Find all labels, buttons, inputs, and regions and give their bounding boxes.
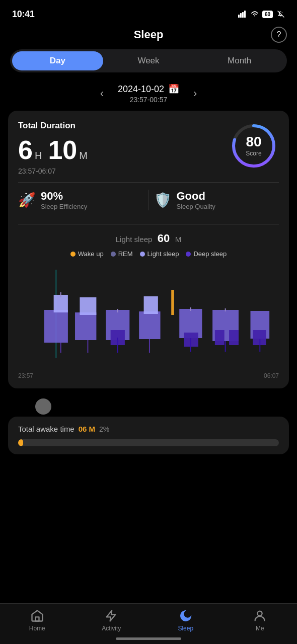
efficiency-label: Sleep Efficiency: [41, 203, 87, 210]
light-dot: [140, 252, 145, 257]
nav-home-label: Home: [29, 625, 45, 632]
legend-wakeup-label: Wake up: [78, 250, 104, 258]
svg-rect-1: [240, 13, 242, 18]
activity-icon: [104, 609, 118, 623]
duration-time-range: 23:57-06:07: [18, 167, 88, 175]
quality-label: Sleep Quality: [177, 203, 215, 210]
svg-rect-12: [80, 297, 96, 315]
chart-value: 60: [158, 232, 170, 245]
date-time-range: 23:57-00:57: [118, 96, 179, 104]
efficiency-value: 90%: [41, 190, 87, 203]
signal-icon: [238, 11, 247, 18]
date-info: 2024-10-02 📅 23:57-00:57: [118, 84, 179, 104]
sleep-moon-icon: [179, 609, 193, 623]
wakeup-dot: [70, 252, 76, 257]
duration-minutes: 10: [48, 137, 77, 163]
efficiency-stat: 🚀 90% Sleep Efficiency: [18, 190, 149, 210]
help-button[interactable]: ?: [271, 27, 287, 43]
score-number: 80: [246, 135, 261, 149]
nav-sleep-label: Sleep: [178, 625, 193, 632]
chart-svg: [18, 265, 279, 365]
scroll-indicator: [0, 395, 297, 417]
legend-rem: REM: [111, 250, 133, 258]
efficiency-info: 90% Sleep Efficiency: [41, 190, 87, 210]
legend-rem-label: REM: [118, 250, 133, 258]
awake-percent: 2%: [99, 425, 109, 433]
nav-home[interactable]: Home: [20, 609, 55, 632]
legend-light-label: Light sleep: [147, 250, 179, 258]
rocket-icon: 🚀: [18, 192, 36, 208]
prev-date-button[interactable]: ‹: [95, 85, 109, 102]
svg-rect-8: [54, 295, 68, 312]
nav-activity-label: Activity: [102, 625, 121, 632]
legend-light: Light sleep: [140, 250, 179, 258]
date-navigation: ‹ 2024-10-02 📅 23:57-00:57 ›: [0, 79, 297, 111]
svg-rect-28: [229, 330, 239, 345]
tab-selector: Day Week Month: [10, 49, 287, 72]
next-date-button[interactable]: ›: [188, 85, 202, 102]
nav-activity[interactable]: Activity: [94, 609, 129, 632]
duration-left: Total Duration 6 H 10 M 23:57-06:07: [18, 121, 88, 175]
duration-hours-unit: H: [35, 150, 42, 162]
rem-dot: [111, 252, 116, 257]
duration-hours: 6: [18, 137, 33, 163]
svg-rect-3: [244, 11, 246, 18]
chart-start-time: 23:57: [18, 372, 33, 379]
score-label: Score: [246, 150, 261, 157]
chart-legend: Wake up REM Light sleep Deep sleep: [18, 250, 279, 258]
duration-label: Total Duration: [18, 121, 88, 131]
svg-rect-18: [139, 311, 160, 339]
profile-icon: [253, 609, 267, 623]
quality-info: Good Sleep Quality: [177, 190, 215, 210]
calendar-icon[interactable]: 📅: [168, 84, 179, 95]
quality-value: Good: [177, 190, 215, 203]
nav-me[interactable]: Me: [242, 609, 277, 632]
current-date: 2024-10-02: [118, 84, 164, 95]
legend-deep: Deep sleep: [186, 250, 227, 258]
chart-section: Light sleep 60 M Wake up REM Light sleep…: [18, 224, 279, 381]
duration-section: Total Duration 6 H 10 M 23:57-06:07: [18, 121, 279, 175]
awake-bar-fill: [18, 439, 23, 446]
score-circle: 80 Score: [229, 121, 279, 171]
home-icon: [30, 609, 44, 623]
chart-unit: M: [175, 235, 182, 244]
status-bar: 10:41 60: [0, 0, 297, 25]
battery-level: 60: [262, 11, 273, 18]
svg-rect-19: [144, 296, 158, 314]
tab-month[interactable]: Month: [194, 51, 285, 70]
page-title: Sleep: [134, 28, 164, 41]
stats-row: 🚀 90% Sleep Efficiency 🛡️ Good Sleep Qua…: [18, 182, 279, 217]
awake-value: 06 M: [79, 425, 95, 433]
sleep-chart: [18, 265, 279, 365]
svg-rect-34: [35, 617, 39, 621]
shield-icon: 🛡️: [154, 192, 172, 208]
tab-day[interactable]: Day: [12, 51, 103, 70]
svg-rect-11: [75, 312, 96, 340]
status-icons: 60: [238, 10, 285, 18]
chart-end-time: 06:07: [264, 372, 279, 379]
status-time: 10:41: [12, 9, 35, 20]
svg-rect-27: [215, 330, 225, 345]
awake-row: Total awake time 06 M 2%: [18, 425, 279, 433]
header: Sleep ?: [0, 25, 297, 46]
svg-rect-0: [238, 15, 240, 18]
svg-rect-2: [242, 12, 244, 18]
chart-title: Light sleep: [116, 235, 153, 244]
legend-deep-label: Deep sleep: [193, 250, 227, 258]
home-indicator: [116, 637, 181, 640]
nav-me-label: Me: [256, 625, 264, 632]
awake-label: Total awake time: [18, 425, 75, 433]
duration-minutes-unit: M: [79, 150, 88, 162]
awake-bar-background: [18, 439, 279, 446]
chart-title-row: Light sleep 60 M: [18, 232, 279, 245]
svg-rect-7: [44, 310, 68, 343]
awake-card: Total awake time 06 M 2%: [8, 417, 289, 454]
wifi-icon: [250, 11, 259, 18]
tab-week[interactable]: Week: [103, 51, 194, 70]
nav-sleep[interactable]: Sleep: [168, 609, 203, 632]
chart-time-labels: 23:57 06:07: [18, 370, 279, 381]
deep-dot: [186, 252, 191, 257]
quality-stat: 🛡️ Good Sleep Quality: [154, 190, 279, 210]
main-card: Total Duration 6 H 10 M 23:57-06:07: [8, 111, 289, 388]
svg-rect-21: [171, 290, 174, 315]
